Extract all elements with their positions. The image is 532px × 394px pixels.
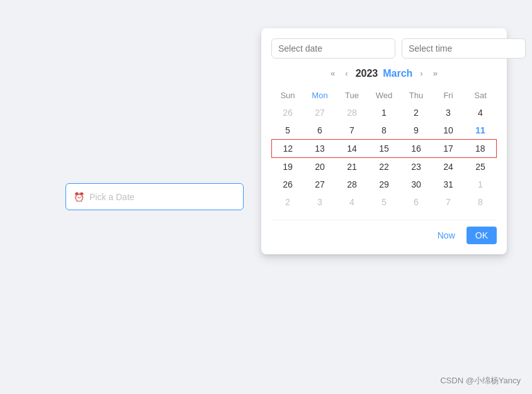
ok-button[interactable]: OK <box>467 227 497 244</box>
calendar-day[interactable]: 19 <box>272 158 304 176</box>
pick-date-wrapper: ⏰ Pick a Date <box>65 183 244 210</box>
calendar-day[interactable]: 29 <box>368 176 400 193</box>
weekday-tue: Tue <box>336 87 368 104</box>
calendar-day[interactable]: 24 <box>433 158 465 176</box>
calendar-week-row: 2627281234 <box>272 104 497 121</box>
calendar-week-row: 2627282930311 <box>272 176 497 193</box>
calendar-day[interactable]: 6 <box>400 193 433 211</box>
calendar-day[interactable]: 11 <box>465 121 497 140</box>
calendar-day[interactable]: 26 <box>272 176 304 193</box>
calendar-day[interactable]: 27 <box>304 104 336 121</box>
calendar-day[interactable]: 2 <box>400 104 433 121</box>
weekday-sat: Sat <box>465 87 497 104</box>
calendar-day[interactable]: 31 <box>433 176 465 193</box>
calendar-header: « ‹ 2023 March › » <box>271 67 497 79</box>
calendar-day[interactable]: 15 <box>368 140 400 158</box>
watermark: CSDN @小绵杨Yancy <box>440 375 521 386</box>
now-button[interactable]: Now <box>433 228 460 243</box>
calendar-day[interactable]: 5 <box>272 121 304 140</box>
calendar-day[interactable]: 13 <box>304 140 336 158</box>
calendar-day[interactable]: 27 <box>304 176 336 193</box>
calendar-day[interactable]: 8 <box>465 193 497 211</box>
select-time-input[interactable] <box>402 38 526 59</box>
calendar-day[interactable]: 1 <box>368 104 400 121</box>
weekday-fri: Fri <box>433 87 465 104</box>
calendar-day[interactable]: 22 <box>368 158 400 176</box>
calendar-month: March <box>383 68 412 79</box>
clock-icon: ⏰ <box>74 192 84 202</box>
next-month-button[interactable]: › <box>417 67 425 79</box>
calendar-year: 2023 <box>356 68 378 79</box>
weekday-sun: Sun <box>272 87 304 104</box>
calendar-day[interactable]: 18 <box>465 140 497 158</box>
select-date-input[interactable] <box>271 38 395 59</box>
calendar-day[interactable]: 1 <box>465 176 497 193</box>
calendar-day[interactable]: 7 <box>336 121 368 140</box>
calendar-day[interactable]: 17 <box>433 140 465 158</box>
calendar-day[interactable]: 5 <box>368 193 400 211</box>
calendar-day[interactable]: 10 <box>433 121 465 140</box>
calendar-day[interactable]: 7 <box>433 193 465 211</box>
calendar-day[interactable]: 4 <box>336 193 368 211</box>
calendar-footer: Now OK <box>271 220 497 244</box>
pick-date-input[interactable]: ⏰ Pick a Date <box>65 183 244 210</box>
calendar-grid: Sun Mon Tue Wed Thu Fri Sat 262728123456… <box>271 87 497 211</box>
prev-month-button[interactable]: ‹ <box>342 67 350 79</box>
calendar-day[interactable]: 14 <box>336 140 368 158</box>
calendar-day[interactable]: 28 <box>336 104 368 121</box>
weekday-wed: Wed <box>368 87 400 104</box>
pick-date-placeholder: Pick a Date <box>89 192 135 202</box>
calendar-day[interactable]: 9 <box>400 121 433 140</box>
calendar-day[interactable]: 8 <box>368 121 400 140</box>
calendar-day[interactable]: 2 <box>272 193 304 211</box>
weekday-thu: Thu <box>400 87 433 104</box>
calendar-day[interactable]: 3 <box>433 104 465 121</box>
prev-year-button[interactable]: « <box>328 67 337 79</box>
calendar-day[interactable]: 23 <box>400 158 433 176</box>
calendar-day[interactable]: 3 <box>304 193 336 211</box>
calendar-week-row: 567891011 <box>272 121 497 140</box>
calendar-week-row: 19202122232425 <box>272 158 497 176</box>
calendar-day[interactable]: 4 <box>465 104 497 121</box>
calendar-day[interactable]: 20 <box>304 158 336 176</box>
calendar-week-row: 12131415161718 <box>272 140 497 158</box>
calendar-panel: « ‹ 2023 March › » Sun Mon Tue Wed Thu F… <box>261 28 507 254</box>
weekday-mon: Mon <box>304 87 336 104</box>
calendar-day[interactable]: 26 <box>272 104 304 121</box>
calendar-day[interactable]: 21 <box>336 158 368 176</box>
calendar-day[interactable]: 6 <box>304 121 336 140</box>
calendar-day[interactable]: 28 <box>336 176 368 193</box>
calendar-day[interactable]: 30 <box>400 176 433 193</box>
calendar-week-row: 2345678 <box>272 193 497 211</box>
inputs-row <box>271 38 497 59</box>
calendar-day[interactable]: 12 <box>272 140 304 158</box>
next-year-button[interactable]: » <box>431 67 440 79</box>
weekday-header-row: Sun Mon Tue Wed Thu Fri Sat <box>272 87 497 104</box>
calendar-day[interactable]: 16 <box>400 140 433 158</box>
calendar-day[interactable]: 25 <box>465 158 497 176</box>
